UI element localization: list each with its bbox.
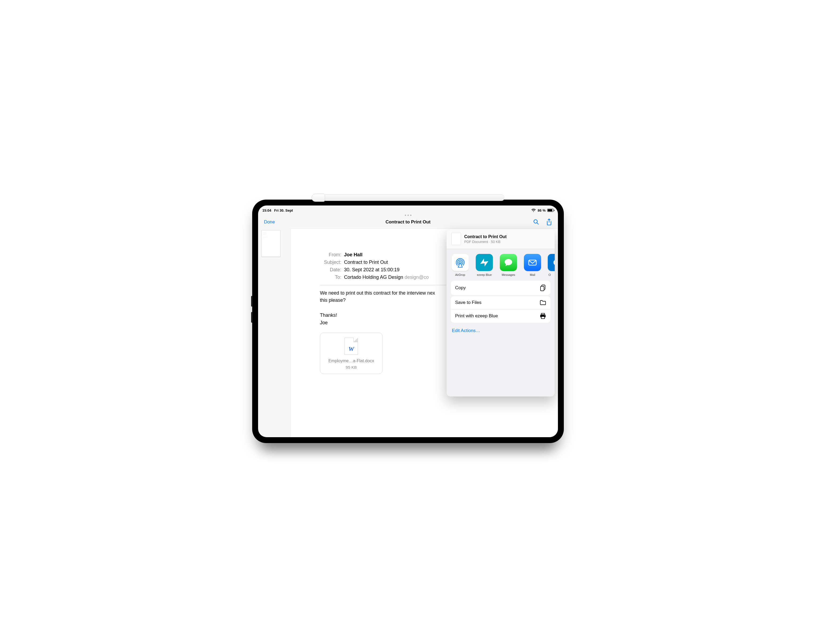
search-icon[interactable] xyxy=(533,219,539,225)
status-battery-percent: 86 % xyxy=(538,209,546,212)
page-title: Contract to Print Out xyxy=(258,219,558,225)
share-sheet: Contract to Print Out PDF Document · 50 … xyxy=(447,229,555,397)
share-app-row[interactable]: AirDrop ezeep Blue xyxy=(447,249,555,281)
action-label: Copy xyxy=(455,285,466,291)
status-time: 15:04 xyxy=(262,209,271,212)
svg-rect-11 xyxy=(541,316,544,319)
doc-glyph: W xyxy=(345,345,358,353)
nav-bar: Done Contract to Print Out xyxy=(258,216,558,229)
share-title: Contract to Print Out xyxy=(464,234,507,239)
share-app-messages[interactable]: Messages xyxy=(499,254,517,276)
battery-icon xyxy=(547,209,554,212)
share-app-label: Messages xyxy=(499,273,517,276)
ezeep-icon xyxy=(479,257,490,268)
body-signoff: Joe xyxy=(320,319,459,327)
status-bar: 15:04 Fri 30. Sept 86 % xyxy=(258,205,558,213)
page-thumbnail[interactable]: ──────────────── ────────── xyxy=(261,230,281,257)
body-line: this please? xyxy=(320,297,459,304)
share-app-label: O xyxy=(548,273,552,276)
to-name: Cortado Holding AG Design xyxy=(344,274,403,280)
done-button[interactable]: Done xyxy=(264,219,275,225)
print-icon xyxy=(540,313,546,319)
from-value: Joe Hall xyxy=(344,252,363,258)
wifi-icon xyxy=(531,209,536,212)
share-icon[interactable] xyxy=(546,219,552,225)
date-value: 30. Sept 2022 at 15:00:19 xyxy=(344,266,400,274)
share-app-label: Mail xyxy=(524,273,541,276)
body-line: We need to print out this contract for t… xyxy=(320,290,459,297)
share-app-label: ezeep Blue xyxy=(475,273,493,276)
attachment-card[interactable]: W Employme…a-Flat.docx 95 KB xyxy=(320,333,383,374)
folder-icon xyxy=(540,300,546,305)
share-app-label: AirDrop xyxy=(451,273,469,276)
to-email: design@co xyxy=(404,274,429,280)
apple-pencil xyxy=(312,193,504,202)
screen: 15:04 Fri 30. Sept 86 % Done Contract to… xyxy=(258,205,558,437)
share-header: Contract to Print Out PDF Document · 50 … xyxy=(447,229,555,249)
share-action-copy[interactable]: Copy xyxy=(451,281,550,295)
share-action-print-ezeep[interactable]: Print with ezeep Blue xyxy=(451,309,550,323)
share-app-outlook[interactable]: O O xyxy=(548,254,552,276)
to-label: To: xyxy=(320,274,341,281)
svg-point-12 xyxy=(544,315,545,316)
share-action-save-to-files[interactable]: Save to Files xyxy=(451,296,550,309)
share-subtitle: PDF Document · 50 KB xyxy=(464,240,507,244)
attachment-name: Employme…a-Flat.docx xyxy=(323,359,380,363)
subject-label: Subject: xyxy=(320,259,341,266)
airdrop-icon xyxy=(454,257,466,268)
svg-line-1 xyxy=(537,223,539,224)
copy-icon xyxy=(540,284,546,291)
date-label: Date: xyxy=(320,266,341,274)
svg-rect-8 xyxy=(541,286,544,291)
messages-icon xyxy=(503,257,514,268)
action-label: Print with ezeep Blue xyxy=(455,313,498,319)
share-app-airdrop[interactable]: AirDrop xyxy=(451,254,469,276)
status-date: Fri 30. Sept xyxy=(274,209,293,212)
word-doc-icon: W xyxy=(344,338,358,355)
ipad-frame: 15:04 Fri 30. Sept 86 % Done Contract to… xyxy=(252,199,564,443)
attachment-size: 95 KB xyxy=(323,365,380,370)
subject-value: Contract to Print Out xyxy=(344,259,388,266)
edit-actions-button[interactable]: Edit Actions… xyxy=(447,324,555,338)
thumbnail-strip: ──────────────── ────────── xyxy=(258,228,290,437)
mail-icon xyxy=(527,257,538,268)
share-app-mail[interactable]: Mail xyxy=(524,254,541,276)
action-label: Save to Files xyxy=(455,300,481,305)
share-doc-thumbnail-icon xyxy=(451,233,461,245)
body-thanks: Thanks! xyxy=(320,312,459,319)
svg-rect-9 xyxy=(541,313,544,314)
from-label: From: xyxy=(320,251,341,259)
share-app-ezeep[interactable]: ezeep Blue xyxy=(475,254,493,276)
